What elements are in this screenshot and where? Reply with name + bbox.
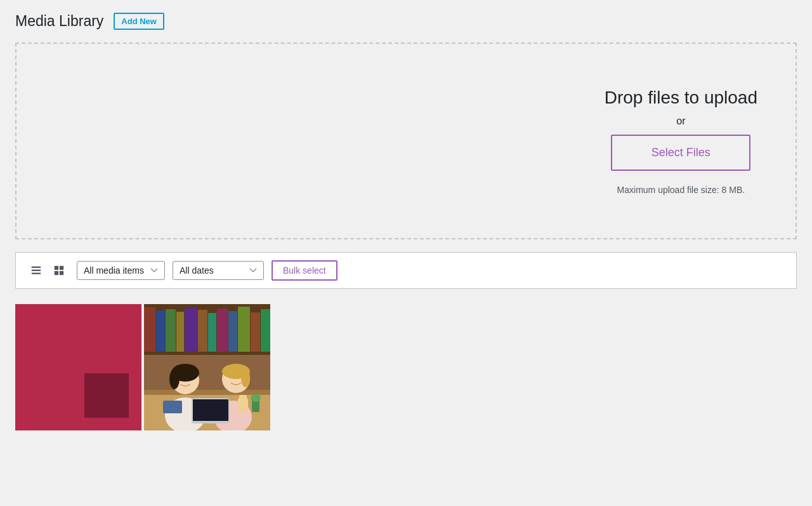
media-grid	[15, 302, 797, 433]
svg-rect-5	[55, 271, 58, 275]
svg-point-30	[241, 368, 250, 387]
svg-rect-11	[166, 309, 176, 352]
or-text: or	[676, 116, 685, 127]
upload-content: Drop files to upload or Select Files Max…	[605, 88, 757, 195]
svg-rect-32	[193, 399, 228, 421]
svg-rect-1	[32, 270, 41, 271]
select-files-button[interactable]: Select Files	[611, 135, 750, 171]
svg-point-26	[169, 369, 180, 389]
drop-files-text: Drop files to upload	[605, 88, 757, 108]
bulk-select-button[interactable]: Bulk select	[272, 260, 337, 281]
page-title: Media Library	[15, 13, 103, 30]
svg-rect-17	[228, 311, 237, 352]
photo-thumbnail	[144, 304, 270, 430]
svg-rect-6	[60, 271, 63, 275]
svg-rect-14	[198, 310, 207, 352]
media-toolbar: All media items Images Audio Video Docum…	[15, 252, 797, 289]
upload-dropzone[interactable]: Drop files to upload or Select Files Max…	[15, 43, 797, 239]
media-item[interactable]	[15, 304, 141, 430]
svg-rect-18	[238, 307, 250, 352]
svg-rect-0	[32, 267, 41, 268]
svg-rect-4	[60, 266, 63, 270]
svg-rect-33	[238, 398, 248, 412]
add-new-button[interactable]: Add New	[114, 13, 164, 30]
svg-rect-9	[144, 307, 155, 352]
svg-rect-2	[32, 273, 41, 274]
page-header: Media Library Add New	[15, 13, 797, 30]
svg-rect-13	[185, 308, 197, 352]
svg-rect-3	[55, 266, 58, 270]
grid-view-button[interactable]	[49, 262, 69, 279]
view-toggle	[26, 262, 69, 279]
date-filter[interactable]: All dates January 2024 December 2023	[173, 261, 264, 280]
svg-point-37	[251, 394, 261, 402]
svg-rect-35	[163, 401, 182, 413]
color-swatch-thumbnail	[15, 304, 141, 430]
svg-rect-16	[217, 309, 228, 352]
svg-rect-10	[156, 310, 165, 352]
svg-rect-34	[239, 395, 247, 400]
svg-rect-15	[208, 313, 216, 352]
max-file-size-text: Maximum upload file size: 8 MB.	[617, 185, 745, 195]
svg-rect-12	[176, 312, 184, 352]
media-type-filter[interactable]: All media items Images Audio Video Docum…	[77, 261, 165, 280]
svg-rect-19	[251, 312, 260, 352]
media-item[interactable]	[144, 304, 270, 430]
list-view-button[interactable]	[26, 262, 46, 279]
svg-rect-20	[261, 309, 270, 352]
svg-rect-22	[144, 390, 270, 395]
